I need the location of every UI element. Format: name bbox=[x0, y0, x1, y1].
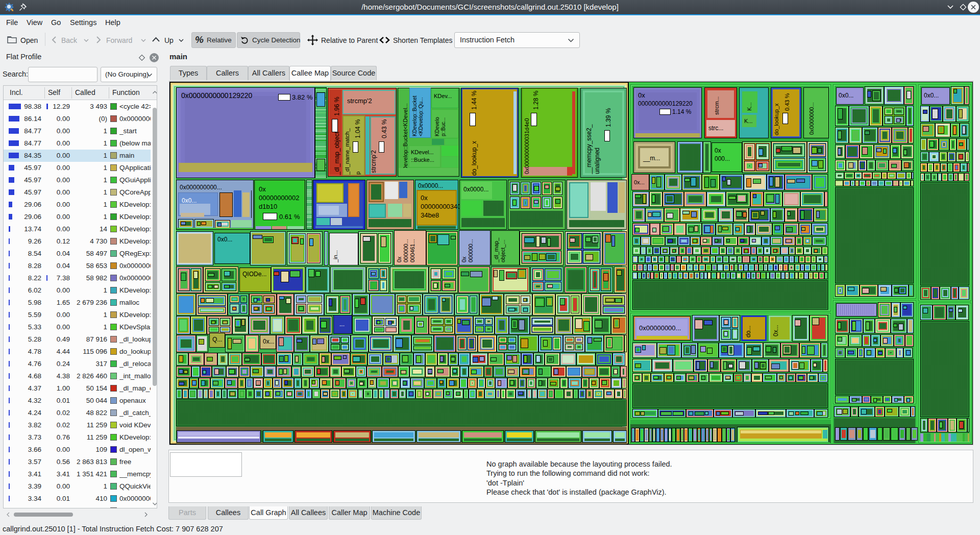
svg-text:0x: 0x bbox=[715, 147, 721, 154]
svg-text:::Bucke...: ::Bucke... bbox=[411, 157, 434, 163]
svg-text:1.14 %: 1.14 % bbox=[672, 108, 692, 115]
svg-text:1.39 %: 1.39 % bbox=[605, 108, 612, 127]
svg-text:0x0...: 0x0... bbox=[839, 92, 853, 99]
svg-text:1.04 %: 1.04 % bbox=[354, 119, 361, 138]
svg-text:__m...: __m... bbox=[643, 155, 660, 162]
svg-text:do...: do... bbox=[745, 326, 752, 337]
svg-text:_dl_map_object: _dl_map_object bbox=[333, 132, 340, 176]
svg-text:K...: K... bbox=[744, 118, 753, 124]
svg-text:1.28 %: 1.28 % bbox=[532, 90, 540, 110]
svg-text:1.96 %: 1.96 % bbox=[333, 96, 340, 116]
svg-text:000...: 000... bbox=[715, 155, 730, 162]
svg-text:strcmp'2: strcmp'2 bbox=[370, 150, 377, 173]
svg-text:0.43 %: 0.43 % bbox=[381, 119, 388, 138]
svg-text:0x: 0x bbox=[421, 194, 428, 202]
svg-text:000000...: 000000... bbox=[468, 239, 474, 262]
svg-text:d1b10: d1b10 bbox=[259, 203, 277, 210]
svg-text:unaligned: unaligned bbox=[594, 148, 601, 174]
svg-text:KDevelop::Bucket: KDevelop::Bucket bbox=[412, 95, 418, 136]
svg-text:...: ... bbox=[339, 321, 345, 328]
svg-text:1.44 %: 1.44 % bbox=[471, 90, 478, 110]
svg-text:000461...: 000461... bbox=[409, 239, 415, 262]
svg-text:0x0000...: 0x0000... bbox=[418, 182, 443, 189]
svg-text:0x: 0x bbox=[638, 91, 645, 99]
svg-text:0x0...: 0x0... bbox=[217, 236, 232, 243]
svg-text:strcmp'2: strcmp'2 bbox=[347, 97, 372, 105]
svg-text:0.61 %: 0.61 % bbox=[279, 213, 300, 221]
svg-text:0x0000...: 0x0000... bbox=[463, 186, 488, 193]
svg-text:0x000000000031d4e0: 0x000000000031d4e0 bbox=[524, 118, 530, 174]
svg-text:_in...: _in... bbox=[332, 250, 338, 263]
svg-text:Q...: Q... bbox=[212, 336, 222, 343]
svg-text:0x: 0x bbox=[259, 185, 266, 193]
svg-text:0x: 0x bbox=[396, 256, 402, 262]
svg-text:0x: 0x bbox=[461, 256, 467, 262]
svg-text:__memcpy_sse2_: __memcpy_sse2_ bbox=[585, 124, 593, 175]
svg-text:KDevel...: KDevel... bbox=[411, 149, 434, 155]
svg-text:0x0000000000129220: 0x0000000000129220 bbox=[181, 91, 253, 100]
svg-text:0000000000129220: 0000000000129220 bbox=[638, 100, 693, 107]
svg-text:000000...: 000000... bbox=[403, 239, 409, 262]
svg-text:0x0...: 0x0... bbox=[182, 197, 197, 204]
svg-text:_dl_map_: _dl_map_ bbox=[493, 237, 499, 263]
svg-text:0.43 %: 0.43 % bbox=[784, 93, 790, 111]
svg-text:KDevelop::Bucket<KDevel...: KDevelop::Bucket<KDevel... bbox=[402, 104, 408, 175]
svg-text:p: p bbox=[355, 172, 361, 175]
svg-text:<KDevelop::Qu...: <KDevelop::Qu... bbox=[418, 98, 424, 136]
svg-text:0x...: 0x... bbox=[634, 179, 645, 185]
svg-text:do_lookup_x: do_lookup_x bbox=[471, 141, 478, 176]
svg-text:QIODe...: QIODe... bbox=[242, 271, 266, 278]
svg-text:0x0...: 0x0... bbox=[924, 92, 939, 99]
svg-text:strc...: strc... bbox=[708, 125, 723, 132]
svg-text:_dl_name_match_: _dl_name_match_ bbox=[344, 128, 350, 175]
svg-text:0x0000000...: 0x0000000... bbox=[808, 102, 815, 135]
svg-text:object_...: object_... bbox=[500, 239, 506, 262]
svg-text:0x00000000...: 0x00000000... bbox=[639, 324, 681, 332]
svg-text:00000000002: 00000000002 bbox=[259, 194, 300, 202]
svg-text:strcm...: strcm... bbox=[714, 96, 720, 115]
svg-text:p::Buc...: p::Buc... bbox=[440, 117, 446, 136]
svg-text:00000000340: 00000000340 bbox=[421, 203, 461, 210]
svg-text:0x...: 0x... bbox=[772, 325, 779, 336]
svg-text:K...: K... bbox=[746, 102, 752, 111]
svg-text:0x...: 0x... bbox=[263, 338, 275, 345]
svg-text:do_lookup_x: do_lookup_x bbox=[773, 103, 779, 135]
svg-text:0x000000000...: 0x000000000... bbox=[180, 184, 222, 191]
svg-text:3.82 %: 3.82 % bbox=[292, 93, 313, 101]
svg-text:KDevelo: KDevelo bbox=[434, 117, 440, 136]
svg-text:34be8: 34be8 bbox=[421, 211, 439, 219]
svg-text:KDev...: KDev... bbox=[434, 93, 452, 99]
